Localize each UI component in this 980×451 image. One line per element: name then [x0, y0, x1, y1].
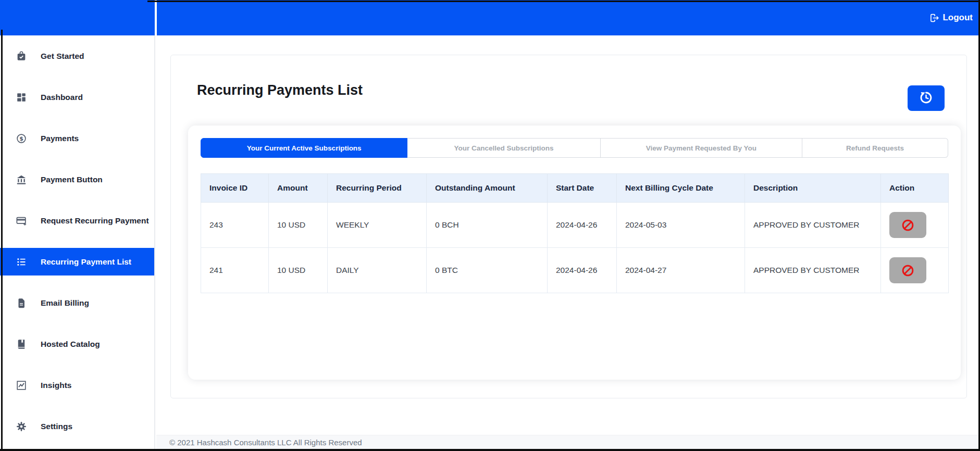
sidebar-item-request-recurring-payment[interactable]: Request Recurring Payment [0, 200, 154, 241]
sidebar-item-label: Hosted Catalog [41, 339, 151, 349]
column-header-description: Description [745, 174, 881, 203]
column-header-start-date: Start Date [548, 174, 617, 203]
logout-label: Logout [942, 12, 973, 23]
column-header-recurring-period: Recurring Period [328, 174, 427, 203]
briefcase-check-icon [16, 51, 27, 62]
sidebar-item-payment-button[interactable]: Payment Button [0, 159, 154, 200]
footer: © 2021 Hashcash Consultants LLC All Righ… [156, 435, 978, 449]
ban-icon [901, 264, 915, 278]
topbar: Logout [0, 0, 980, 35]
cell-description: APPROVED BY CUSTOMER [745, 248, 881, 293]
sidebar-item-label: Dashboard [41, 92, 151, 102]
list-icon [16, 256, 27, 268]
column-header-amount: Amount [269, 174, 328, 203]
frame-border-top [147, 1, 980, 2]
cell-amount: 10 USD [269, 248, 328, 293]
recurring-payments-panel: Recurring Payments List Your Current Act… [170, 55, 967, 398]
tab-current-active-subscriptions[interactable]: Your Current Active Subscriptions [201, 138, 407, 158]
sidebar-item-label: Request Recurring Payment [41, 216, 151, 226]
book-icon [16, 339, 27, 350]
sidebar-item-label: Get Started [41, 51, 151, 61]
column-header-outstanding-amount: Outstanding Amount [427, 174, 548, 203]
history-icon [919, 91, 933, 106]
dollar-circle-icon: $ [16, 133, 27, 144]
tab-cancelled-subscriptions[interactable]: Your Cancelled Subscriptions [407, 138, 600, 158]
table-header-row: Invoice ID Amount Recurring Period Outst… [201, 174, 949, 203]
grid-icon [16, 92, 27, 103]
cell-description: APPROVED BY CUSTOMER [745, 203, 881, 248]
sidebar-item-settings[interactable]: Settings [0, 406, 154, 447]
cell-invoice-id: 243 [201, 203, 269, 248]
document-icon [16, 297, 27, 309]
subscriptions-card: Your Current Active Subscriptions Your C… [188, 126, 961, 380]
cell-recurring-period: WEEKLY [328, 203, 427, 248]
svg-text:$: $ [19, 135, 23, 142]
sidebar-item-dashboard[interactable]: Dashboard [0, 77, 154, 118]
column-header-next-billing-cycle-date: Next Billing Cycle Date [617, 174, 745, 203]
sidebar-item-label: Payments [41, 133, 151, 143]
column-header-action: Action [881, 174, 949, 203]
cell-outstanding-amount: 0 BCH [427, 203, 548, 248]
sidebar-item-insights[interactable]: Insights [0, 365, 154, 406]
ban-icon [901, 218, 915, 232]
sidebar: Get Started Dashboard $ Payments [0, 35, 155, 449]
sidebar-item-label: Email Billing [41, 298, 151, 308]
bank-icon [16, 174, 27, 185]
main-content: Recurring Payments List Your Current Act… [156, 35, 978, 449]
refresh-button[interactable] [908, 85, 945, 111]
page-title: Recurring Payments List [197, 82, 363, 98]
cell-start-date: 2024-04-26 [548, 248, 617, 293]
cell-start-date: 2024-04-26 [548, 203, 617, 248]
frame-border-bottom [0, 449, 980, 451]
sidebar-item-label: Recurring Payment List [41, 257, 151, 267]
card-plus-icon [16, 215, 27, 227]
cell-outstanding-amount: 0 BTC [427, 248, 548, 293]
cell-next-billing-cycle-date: 2024-05-03 [617, 203, 745, 248]
sidebar-item-email-billing[interactable]: Email Billing [0, 282, 154, 323]
sidebar-item-label: Payment Button [41, 174, 151, 184]
cell-amount: 10 USD [269, 203, 328, 248]
tabs-bar: Your Current Active Subscriptions Your C… [201, 138, 948, 158]
subscriptions-table: Invoice ID Amount Recurring Period Outst… [201, 173, 949, 293]
sidebar-item-get-started[interactable]: Get Started [0, 35, 154, 77]
column-header-invoice-id: Invoice ID [201, 174, 269, 203]
tab-refund-requests[interactable]: Refund Requests [802, 138, 948, 158]
logout-icon [929, 12, 940, 23]
cell-action [881, 203, 949, 248]
cell-action [881, 248, 949, 293]
chart-icon [16, 380, 27, 391]
cell-recurring-period: DAILY [328, 248, 427, 293]
gear-icon [16, 421, 27, 432]
frame-border-left [1, 30, 3, 451]
sidebar-item-hosted-catalog[interactable]: Hosted Catalog [0, 323, 154, 365]
topbar-main: Logout [157, 0, 980, 35]
sidebar-item-label: Insights [41, 380, 151, 390]
table-row: 241 10 USD DAILY 0 BTC 2024-04-26 2024-0… [201, 248, 949, 293]
copyright-text: © 2021 Hashcash Consultants LLC All Righ… [169, 438, 362, 447]
table-row: 243 10 USD WEEKLY 0 BCH 2024-04-26 2024-… [201, 203, 949, 248]
cancel-subscription-button[interactable] [889, 257, 926, 283]
cell-next-billing-cycle-date: 2024-04-27 [617, 248, 745, 293]
sidebar-item-payments[interactable]: $ Payments [0, 118, 154, 159]
tab-view-payment-requested[interactable]: View Payment Requested By You [601, 138, 802, 158]
logo-area [0, 0, 155, 35]
sidebar-item-label: Settings [41, 421, 151, 431]
cancel-subscription-button[interactable] [889, 212, 926, 238]
cell-invoice-id: 241 [201, 248, 269, 293]
logout-button[interactable]: Logout [929, 12, 973, 23]
sidebar-item-recurring-payment-list[interactable]: Recurring Payment List [0, 248, 154, 275]
